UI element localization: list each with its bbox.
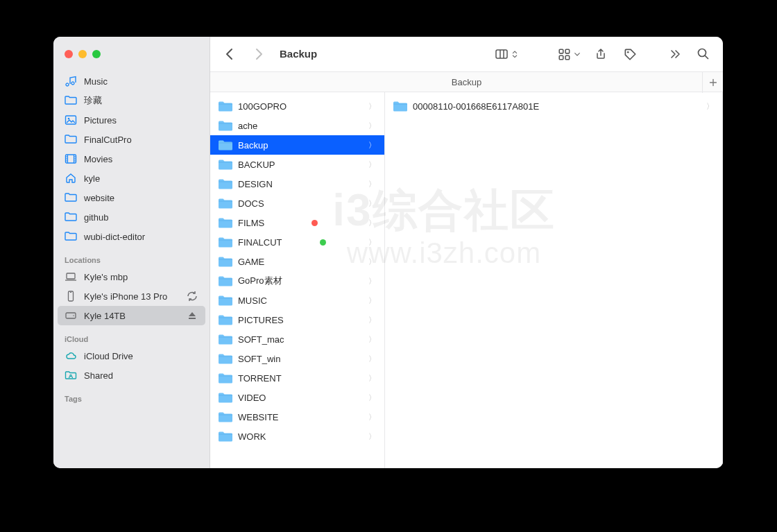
file-item[interactable]: DOCS〉 <box>210 194 384 213</box>
window-controls <box>53 37 210 71</box>
chevron-right-icon: 〉 <box>368 101 376 112</box>
file-item[interactable]: MUSIC〉 <box>210 291 384 310</box>
more-button[interactable] <box>665 44 684 64</box>
sidebar-item-kyle[interactable]: kyle <box>58 169 205 188</box>
sidebar-item--[interactable]: 珍藏 <box>58 91 205 110</box>
file-name: FILMS <box>238 218 264 228</box>
new-tab-button[interactable] <box>702 72 723 93</box>
back-button[interactable] <box>220 44 239 64</box>
file-item[interactable]: SOFT_mac〉 <box>210 329 384 349</box>
sync-icon[interactable] <box>186 290 198 302</box>
chevron-right-icon: 〉 <box>368 431 376 442</box>
sidebar-item-movies[interactable]: Movies <box>58 149 205 169</box>
sidebar-item-finalcutpro[interactable]: FinalCutPro <box>58 130 205 149</box>
file-name: 100GOPRO <box>238 101 287 112</box>
file-name: 00008110-001668E6117A801E <box>413 101 539 112</box>
tag-button[interactable] <box>620 44 640 64</box>
column-1[interactable]: 100GOPRO〉ache〉Backup〉BACKUP〉DESIGN〉DOCS〉… <box>210 92 385 468</box>
sidebar-item-label: kyle <box>84 173 100 184</box>
sidebar-item-wubi-dict-editor[interactable]: wubi-dict-editor <box>58 227 205 246</box>
maximize-button[interactable] <box>92 50 101 58</box>
folder-icon <box>65 191 77 204</box>
sidebar-item-label: iCloud Drive <box>84 351 133 361</box>
folder-icon <box>219 101 232 112</box>
group-by-button[interactable] <box>558 47 581 61</box>
search-button[interactable] <box>694 44 713 64</box>
tab-label[interactable]: Backup <box>452 77 481 87</box>
minimize-button[interactable] <box>78 50 87 58</box>
folder-icon <box>219 372 232 384</box>
picture-icon <box>65 114 77 126</box>
file-item[interactable]: VIDEO〉 <box>210 388 384 407</box>
sidebar-item-website[interactable]: website <box>58 188 205 207</box>
folder-icon <box>219 217 232 228</box>
file-item[interactable]: FILMS〉 <box>210 213 384 232</box>
sidebar-item-kyle-s-iphone-13-pro[interactable]: Kyle's iPhone 13 Pro <box>58 286 205 306</box>
close-button[interactable] <box>65 50 73 58</box>
sidebar-item-label: Music <box>84 76 108 87</box>
folder-icon <box>65 133 77 146</box>
file-item[interactable]: WEBSITE〉 <box>210 407 384 427</box>
chevron-right-icon: 〉 <box>368 354 376 364</box>
icloud-label: iCloud <box>53 325 210 346</box>
chevron-right-icon: 〉 <box>368 412 376 422</box>
file-name: GAME <box>238 257 264 267</box>
column-2[interactable]: 00008110-001668E6117A801E〉 <box>385 92 723 468</box>
file-item[interactable]: GAME〉 <box>210 252 384 271</box>
file-name: FINALCUT <box>238 237 282 248</box>
file-item[interactable]: WORK〉 <box>210 427 384 446</box>
folder-icon <box>219 178 232 189</box>
tab-bar: Backup <box>210 71 723 92</box>
sidebar-item-label: wubi-dict-editor <box>84 232 145 242</box>
folder-icon <box>393 101 407 112</box>
folder-icon <box>219 392 232 403</box>
sidebar-item-label: Kyle's mbp <box>84 272 128 282</box>
file-item[interactable]: PICTURES〉 <box>210 310 384 329</box>
folder-icon <box>219 198 232 209</box>
sidebar-scroll: Music珍藏PicturesFinalCutProMovieskylewebs… <box>53 71 210 468</box>
folder-icon <box>219 159 232 170</box>
file-item[interactable]: DESIGN〉 <box>210 174 384 194</box>
file-name: GoPro素材 <box>238 275 282 287</box>
sidebar-item-icloud-drive[interactable]: iCloud Drive <box>58 346 205 366</box>
sidebar-item-label: FinalCutPro <box>84 135 132 145</box>
tag-dot-red <box>311 220 318 226</box>
forward-button[interactable] <box>249 44 268 64</box>
chevron-right-icon: 〉 <box>368 276 376 286</box>
sidebar-item-label: Movies <box>84 154 112 164</box>
window-title: Backup <box>280 48 317 60</box>
share-button[interactable] <box>591 44 610 64</box>
file-item[interactable]: GoPro素材〉 <box>210 271 384 291</box>
sidebar-item-pictures[interactable]: Pictures <box>58 110 205 130</box>
file-item[interactable]: BACKUP〉 <box>210 155 384 174</box>
view-columns-button[interactable] <box>494 47 519 61</box>
file-name: WORK <box>238 431 266 442</box>
file-item[interactable]: Backup〉 <box>210 135 384 155</box>
folder-icon <box>219 139 232 151</box>
folder-icon <box>65 94 77 107</box>
sidebar-item-music[interactable]: Music <box>58 71 205 91</box>
eject-icon[interactable] <box>186 309 198 322</box>
tags-label: Tags <box>53 385 210 406</box>
sidebar-item-label: website <box>84 193 114 203</box>
file-name: Backup <box>238 140 268 151</box>
file-name: SOFT_win <box>238 354 280 364</box>
sidebar-item-shared[interactable]: Shared <box>58 366 205 385</box>
sidebar-item-label: Pictures <box>84 115 117 126</box>
tag-dot-green <box>320 239 326 246</box>
folder-icon <box>219 256 232 267</box>
file-item[interactable]: TORRENT〉 <box>210 368 384 388</box>
sidebar-item-github[interactable]: github <box>58 207 205 227</box>
chevron-right-icon: 〉 <box>368 237 376 248</box>
chevron-right-icon: 〉 <box>368 121 376 131</box>
file-item[interactable]: FINALCUT〉 <box>210 232 384 252</box>
sidebar-item-kyle-s-mbp[interactable]: Kyle's mbp <box>58 267 205 286</box>
file-item[interactable]: ache〉 <box>210 116 384 135</box>
sidebar-item-kyle-14tb[interactable]: Kyle 14TB <box>58 306 205 325</box>
file-name: WEBSITE <box>238 412 279 422</box>
chevron-right-icon: 〉 <box>368 295 376 306</box>
file-item[interactable]: 00008110-001668E6117A801E〉 <box>385 96 722 116</box>
file-item[interactable]: 100GOPRO〉 <box>210 96 384 116</box>
sidebar-item-label: Kyle 14TB <box>84 311 126 321</box>
file-item[interactable]: SOFT_win〉 <box>210 349 384 368</box>
